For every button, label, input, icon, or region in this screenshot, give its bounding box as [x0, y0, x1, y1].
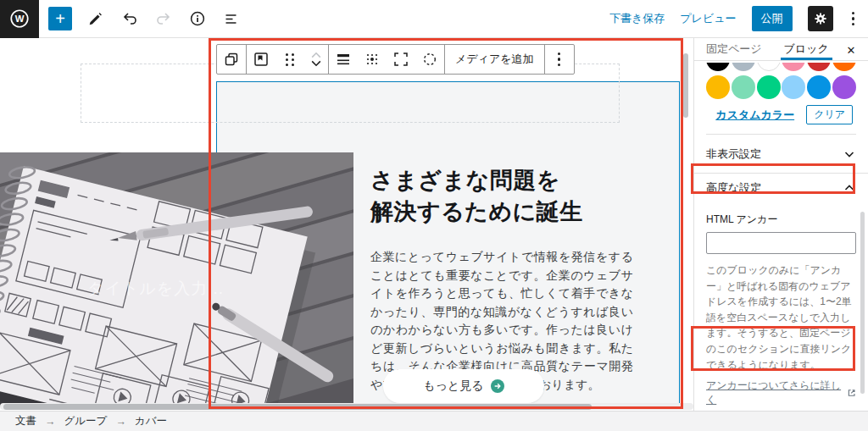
wordpress-editor-window: W +: [0, 0, 868, 431]
anchor-learn-more-link[interactable]: アンカーについてさらに詳しく: [706, 379, 856, 407]
external-link-icon: [847, 388, 856, 398]
list-view-icon: [223, 10, 240, 27]
color-swatch[interactable]: [832, 75, 856, 99]
svg-text:W: W: [15, 14, 25, 24]
block-toolbar: メディアを追加: [216, 44, 575, 75]
breadcrumb-cover[interactable]: カバー: [135, 414, 167, 428]
settings-sidebar: 固定ページ ブロック ✕: [693, 38, 868, 411]
color-swatch[interactable]: [757, 75, 781, 99]
full-height-button[interactable]: [387, 45, 415, 74]
canvas-vertical-scrollbar[interactable]: [683, 53, 688, 118]
cover-text-column: さまざまな問題を 解決するために誕生 企業にとってウェブサイトで情報を発信をする…: [370, 165, 642, 394]
color-swatch[interactable]: [807, 75, 831, 99]
cover-image-block[interactable]: タイトルを入力...: [0, 152, 353, 407]
block-inserter-button[interactable]: +: [48, 7, 72, 30]
duotone-circle-icon: [421, 51, 438, 68]
arrow-separator-icon: →: [45, 416, 56, 428]
select-parent-block-button[interactable]: [217, 45, 246, 74]
redo-button[interactable]: [153, 8, 174, 29]
chevron-up-icon: [843, 181, 856, 195]
settings-toggle-button[interactable]: [808, 6, 833, 31]
full-height-brackets-icon: [392, 51, 409, 68]
duotone-filter-button[interactable]: [415, 45, 444, 74]
breadcrumb: 文書 → グループ → カバー: [0, 411, 868, 431]
cover-block-icon: [253, 51, 270, 68]
arrow-separator-icon: →: [115, 416, 126, 428]
tools-button[interactable]: [86, 8, 106, 29]
cover-heading[interactable]: さまざまな問題を 解決するために誕生: [370, 165, 642, 228]
html-anchor-description: このブロックのみに「アンカー」と呼ばれる固有のウェブアドレスを作成するには、1〜…: [706, 262, 856, 373]
more-vertical-icon: [852, 12, 855, 15]
color-swatch[interactable]: [782, 63, 805, 71]
color-palette-row-1: [706, 63, 856, 71]
chevron-down-icon: [843, 147, 856, 161]
color-swatch[interactable]: [832, 63, 856, 71]
drag-handle[interactable]: [275, 45, 304, 74]
sidebar-scrollbar[interactable]: [860, 212, 865, 394]
canvas-horizontal-scrollbar-track: [0, 403, 693, 410]
overlapping-blocks-icon: [223, 51, 240, 68]
tab-page[interactable]: 固定ページ: [706, 38, 762, 60]
close-sidebar-button[interactable]: ✕: [843, 41, 860, 58]
color-palette-section: カスタムカラー クリア: [694, 63, 868, 135]
cover-title-placeholder[interactable]: タイトルを入力...: [87, 278, 224, 300]
panel-advanced-settings[interactable]: 高度な設定: [694, 174, 868, 202]
advanced-settings-body: HTML アンカー このブロックのみに「アンカー」と呼ばれる固有のウェブアドレス…: [694, 202, 868, 431]
tab-block[interactable]: ブロック: [784, 38, 829, 60]
color-swatch[interactable]: [807, 63, 831, 71]
drag-dots-icon: [286, 53, 295, 66]
chevron-up-icon: [310, 51, 322, 59]
color-palette-row-2: [706, 75, 856, 99]
more-vertical-icon: [554, 52, 565, 67]
color-swatch[interactable]: [732, 75, 755, 99]
breadcrumb-document[interactable]: 文書: [15, 414, 36, 428]
color-swatch[interactable]: [732, 63, 755, 71]
more-link-button[interactable]: もっと見る: [383, 369, 544, 403]
details-button[interactable]: [187, 8, 208, 29]
redo-icon: [155, 10, 172, 27]
html-anchor-label: HTML アンカー: [706, 213, 856, 227]
options-menu-button[interactable]: [849, 12, 859, 26]
block-options-button[interactable]: [545, 45, 574, 74]
color-swatch[interactable]: [782, 75, 805, 99]
arrow-right-circle-icon: [491, 379, 504, 393]
undo-button[interactable]: [120, 8, 140, 29]
pencil-icon: [87, 10, 104, 27]
undo-icon: [121, 10, 138, 27]
clear-color-button[interactable]: クリア: [806, 105, 853, 124]
plus-icon: +: [55, 10, 65, 27]
position-matrix-icon: [364, 51, 381, 68]
close-icon: ✕: [847, 44, 856, 57]
color-swatch[interactable]: [706, 75, 730, 99]
vertical-align-button[interactable]: [329, 45, 358, 74]
add-media-button[interactable]: メディアを追加: [445, 52, 544, 67]
chevron-down-icon: [310, 59, 322, 68]
color-swatch[interactable]: [706, 63, 730, 71]
wordpress-logo-icon: W: [8, 8, 31, 30]
editor-top-bar: W +: [0, 0, 868, 38]
wordpress-logo-button[interactable]: W: [0, 0, 39, 38]
custom-color-link[interactable]: カスタムカラー: [715, 108, 794, 123]
publish-button[interactable]: 公開: [752, 6, 793, 31]
block-mover[interactable]: [304, 45, 328, 74]
html-anchor-input[interactable]: [706, 232, 856, 254]
preview-button[interactable]: プレビュー: [680, 11, 736, 26]
sidebar-tabs: 固定ページ ブロック ✕: [694, 38, 868, 61]
cover-block-type-button[interactable]: [247, 45, 275, 74]
info-icon: [189, 10, 206, 27]
gear-icon: [813, 11, 828, 26]
list-view-button[interactable]: [221, 8, 242, 29]
content-position-button[interactable]: [358, 45, 387, 74]
align-top-icon: [335, 51, 352, 68]
canvas-horizontal-scrollbar[interactable]: [3, 404, 592, 410]
save-draft-button[interactable]: 下書き保存: [609, 11, 665, 26]
breadcrumb-group[interactable]: グループ: [64, 414, 108, 428]
color-swatch[interactable]: [757, 63, 781, 71]
editor-canvas: タイトルを入力... さまざまな問題を 解決するために誕生 企業にとってウェブサ…: [0, 38, 693, 411]
panel-hidden-settings[interactable]: 非表示設定: [694, 135, 868, 174]
